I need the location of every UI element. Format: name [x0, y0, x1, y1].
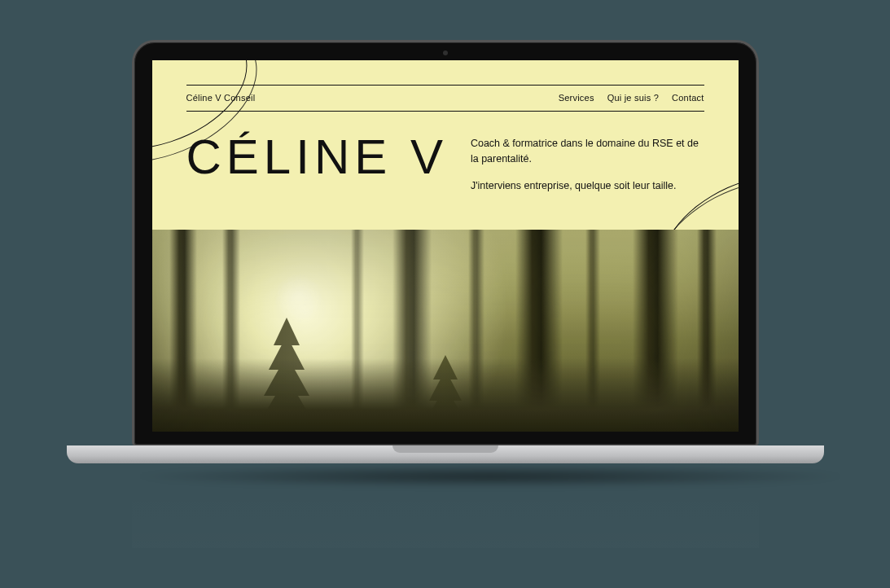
hero-line-1: Coach & formatrice dans le domaine du RS…: [471, 136, 704, 167]
laptop-mockup: Céline V Conseil Services Qui je suis ? …: [132, 40, 759, 548]
nav-services[interactable]: Services: [559, 93, 594, 103]
hero-line-2: J'interviens entreprise, quelque soit le…: [471, 178, 704, 194]
laptop-base: [67, 445, 824, 463]
nav-about[interactable]: Qui je suis ?: [607, 93, 659, 103]
hero-title: CÉLINE V: [186, 133, 448, 182]
primary-nav: Services Qui je suis ? Contact: [559, 93, 704, 103]
brand-logo-text[interactable]: Céline V Conseil: [186, 93, 256, 103]
hero-image-forest: [152, 230, 739, 432]
top-bar: Céline V Conseil Services Qui je suis ? …: [186, 86, 704, 111]
hero-section: CÉLINE V Coach & formatrice dans le doma…: [186, 112, 704, 193]
laptop-lid: Céline V Conseil Services Qui je suis ? …: [132, 40, 759, 447]
hero-copy: Coach & formatrice dans le domaine du RS…: [471, 133, 704, 193]
laptop-reflection: [132, 483, 759, 548]
camera-dot: [443, 50, 448, 55]
laptop-screen: Céline V Conseil Services Qui je suis ? …: [152, 60, 739, 432]
website-page: Céline V Conseil Services Qui je suis ? …: [152, 60, 739, 432]
nav-contact[interactable]: Contact: [672, 93, 704, 103]
